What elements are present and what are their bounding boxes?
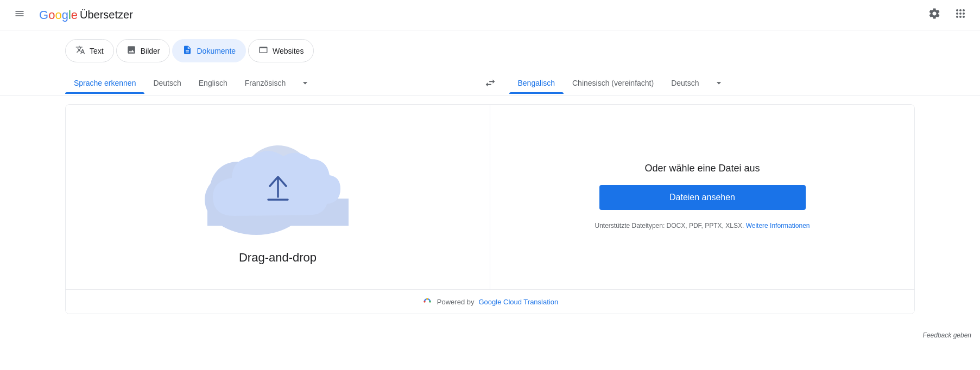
hamburger-icon	[14, 8, 25, 22]
header: Google Übersetzer	[0, 0, 980, 30]
source-lang-englisch[interactable]: Englisch	[190, 72, 236, 94]
cloud-upload-area[interactable]: Drag-and-drop	[202, 129, 354, 265]
tab-bilder[interactable]: Bilder	[116, 39, 170, 62]
translate-panels: Drag-and-drop Oder wähle eine Datei aus …	[66, 105, 914, 289]
tab-websites[interactable]: Websites	[248, 39, 314, 62]
main-content: Drag-and-drop Oder wähle eine Datei aus …	[0, 95, 980, 323]
supported-filetypes-text: Unterstützte Dateitypen: DOCX, PDF, PPTX…	[595, 221, 810, 231]
website-tab-icon	[258, 45, 268, 56]
page-footer: Feedback geben	[0, 327, 980, 343]
apps-button[interactable]	[950, 4, 971, 26]
language-bar: Sprache erkennen Deutsch Englisch Franzö…	[0, 71, 980, 95]
tab-bar: Text Bilder Dokumente Websites	[0, 35, 980, 67]
gear-icon	[928, 7, 941, 23]
tab-dokumente-label: Dokumente	[197, 47, 236, 55]
drag-drop-label: Drag-and-drop	[239, 251, 317, 265]
tab-dokumente[interactable]: Dokumente	[172, 39, 246, 62]
left-panel: Drag-and-drop	[66, 105, 490, 289]
supported-label: Unterstützte Dateitypen: DOCX, PDF, PPTX…	[595, 222, 744, 229]
target-language-section: Bengalisch Chinesisch (vereinfacht) Deut…	[509, 71, 915, 95]
app-title: Übersetzer	[80, 9, 133, 21]
header-right	[924, 4, 971, 26]
svg-point-9	[429, 301, 431, 302]
browse-files-button[interactable]: Dateien ansehen	[599, 185, 806, 210]
cloud-translation-link[interactable]: Google Cloud Translation	[478, 298, 558, 306]
document-tab-icon	[182, 45, 192, 56]
image-tab-icon	[127, 45, 136, 56]
source-lang-more-button[interactable]	[294, 71, 316, 95]
translate-box: Drag-and-drop Oder wähle eine Datei aus …	[65, 104, 915, 314]
or-choose-file-label: Oder wähle eine Datei aus	[644, 163, 760, 174]
google-cloud-logo	[422, 296, 433, 307]
right-panel-content: Oder wähle eine Datei aus Dateien ansehe…	[594, 163, 811, 231]
translate-footer: Powered by Google Cloud Translation	[66, 289, 914, 314]
settings-button[interactable]	[924, 4, 945, 26]
target-lang-deutsch[interactable]: Deutsch	[662, 72, 707, 94]
tab-text[interactable]: Text	[65, 39, 114, 62]
hamburger-menu-button[interactable]	[9, 4, 30, 26]
target-lang-more-button[interactable]	[708, 71, 730, 95]
source-lang-detect[interactable]: Sprache erkennen	[65, 72, 144, 94]
google-text: Google	[39, 8, 78, 22]
powered-by-text: Powered by	[437, 298, 475, 306]
tab-bilder-label: Bilder	[141, 47, 160, 55]
target-lang-chinesisch[interactable]: Chinesisch (vereinfacht)	[564, 72, 662, 94]
right-panel: Oder wähle eine Datei aus Dateien ansehe…	[490, 105, 914, 289]
google-logo: Google Übersetzer	[39, 8, 133, 22]
tab-websites-label: Websites	[273, 47, 304, 55]
svg-point-8	[423, 301, 425, 302]
source-language-section: Sprache erkennen Deutsch Englisch Franzö…	[65, 71, 471, 95]
tab-text-label: Text	[90, 47, 104, 55]
swap-languages-button[interactable]	[471, 77, 509, 89]
text-tab-icon	[75, 45, 85, 56]
grid-icon	[954, 7, 967, 23]
more-info-link[interactable]: Weitere Informationen	[746, 222, 810, 229]
target-lang-bengalisch[interactable]: Bengalisch	[509, 72, 564, 94]
source-lang-deutsch[interactable]: Deutsch	[144, 72, 189, 94]
source-lang-franzoesisch[interactable]: Französisch	[236, 72, 294, 94]
cloud-upload-illustration	[202, 129, 354, 238]
svg-point-10	[426, 298, 428, 299]
feedback-link[interactable]: Feedback geben	[923, 331, 971, 339]
header-left: Google Übersetzer	[9, 4, 133, 26]
